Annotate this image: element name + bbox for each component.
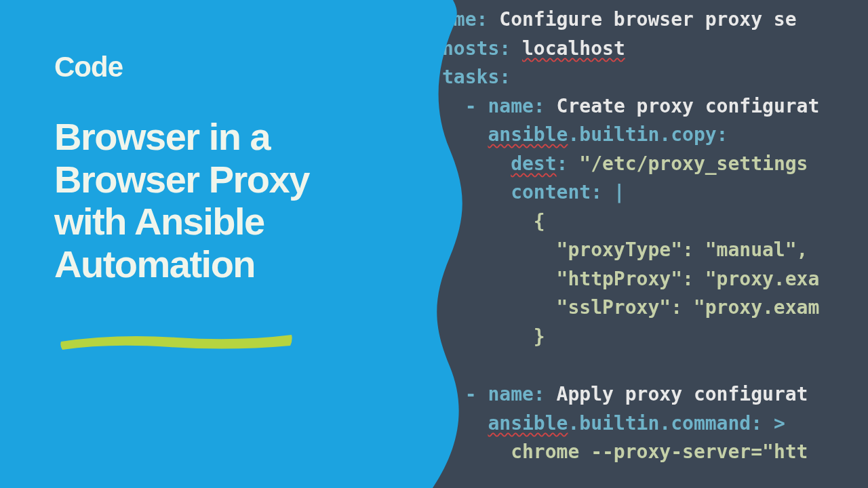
yaml-value: Configure browser proxy se — [488, 8, 796, 30]
yaml-value: Apply proxy configurat — [545, 383, 808, 405]
wave-divider — [427, 0, 480, 488]
yaml-block-content: "httpProxy": "proxy.exa — [442, 268, 819, 290]
yaml-key: ansible.builtin.command: — [488, 412, 762, 434]
yaml-value: localhost — [511, 37, 625, 60]
yaml-value: Create proxy configurat — [545, 95, 820, 117]
underline-decoration — [54, 321, 298, 355]
yaml-string: "/etc/proxy_settings — [568, 152, 808, 175]
yaml-key: ansible.builtin.copy: — [488, 123, 728, 146]
page-title: Browser in a Browser Proxy with Ansible … — [54, 116, 380, 286]
code-panel: ame: Configure browser proxy se hosts: l… — [427, 0, 868, 488]
code-content: ame: Configure browser proxy se hosts: l… — [442, 5, 819, 467]
yaml-key: content: — [511, 181, 602, 203]
yaml-key: name: — [488, 383, 545, 405]
yaml-key: dest: — [511, 152, 568, 175]
yaml-operator: > — [762, 412, 785, 434]
yaml-block-content: chrome --proxy-server="htt — [511, 441, 808, 463]
yaml-block-content: "sslProxy": "proxy.exam — [442, 296, 819, 319]
yaml-operator: | — [602, 181, 625, 203]
page-container: Code Browser in a Browser Proxy with Ans… — [0, 0, 868, 488]
yaml-value-text: localhost — [522, 37, 625, 60]
left-panel: Code Browser in a Browser Proxy with Ans… — [0, 0, 427, 488]
yaml-key: name: — [488, 95, 545, 117]
category-label: Code — [54, 51, 427, 83]
yaml-block-content: "proxyType": "manual", — [442, 239, 808, 261]
